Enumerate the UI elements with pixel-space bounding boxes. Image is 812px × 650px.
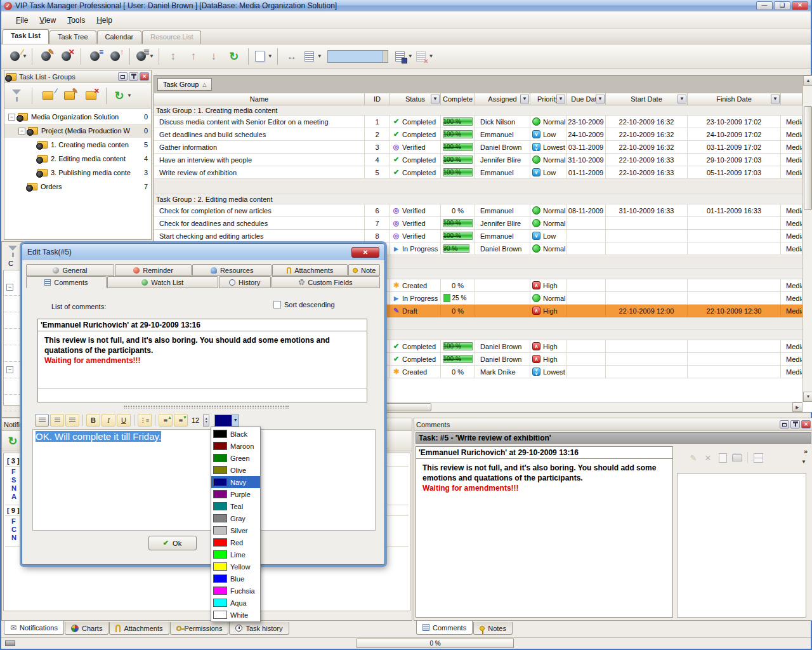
tree-item[interactable]: −Media Organization Solution0: [4, 110, 151, 124]
scroll-up-arrow[interactable]: ▲: [803, 76, 812, 86]
bullet-list-button[interactable]: ⋮≡: [138, 414, 152, 427]
comment-input-area[interactable]: [677, 473, 806, 618]
filter-dropdown-icon[interactable]: ▼: [596, 95, 605, 103]
filter-button[interactable]: [7, 86, 26, 105]
vertical-scrollbar[interactable]: ▲ ▼: [802, 76, 812, 402]
color-option-green[interactable]: Green: [211, 452, 260, 464]
color-option-red[interactable]: Red: [211, 536, 260, 548]
column-header-name[interactable]: Name: [154, 93, 365, 105]
bottom-tab-task-history[interactable]: Task history: [229, 622, 289, 635]
scroll-down-button[interactable]: [204, 47, 223, 66]
print-comment-button[interactable]: [731, 451, 743, 464]
task-row[interactable]: Check for completion of new articles6◎Ve…: [154, 204, 812, 217]
close-button[interactable]: ✕: [792, 1, 808, 10]
task-group-button[interactable]: Task Group △: [157, 78, 212, 91]
font-color-button[interactable]: ▼: [214, 415, 239, 427]
filter-dropdown-icon[interactable]: ▼: [678, 95, 686, 103]
menu-help[interactable]: Help: [91, 14, 118, 27]
color-option-teal[interactable]: Teal: [211, 500, 260, 512]
delete-task-button[interactable]: [57, 47, 76, 66]
collapse-icon[interactable]: −: [8, 114, 15, 121]
copy-tasks-button[interactable]: ▼: [253, 47, 273, 66]
dialog-tab-comments[interactable]: Comments: [26, 276, 107, 288]
color-option-blue[interactable]: Blue: [211, 573, 260, 585]
menu-tools[interactable]: Tools: [62, 14, 91, 27]
column-header-finish-date[interactable]: Finish Date▼: [688, 93, 781, 105]
color-option-yellow[interactable]: Yellow: [211, 560, 260, 573]
panel-close-button[interactable]: [140, 72, 149, 81]
edit-group-button[interactable]: [60, 86, 79, 105]
tree-item[interactable]: 1. Creating media conten5: [4, 138, 151, 152]
minimize-button[interactable]: —: [756, 1, 773, 10]
refresh-groups-button[interactable]: ▼: [112, 86, 132, 105]
add-task-button[interactable]: ▼: [8, 47, 27, 66]
preview-comment-button[interactable]: [716, 451, 729, 464]
task-row[interactable]: Discuss media content with Senior Editor…: [154, 116, 812, 128]
tab-task-tree[interactable]: Task Tree: [49, 30, 96, 44]
delete-comment-button[interactable]: [702, 451, 714, 464]
color-option-navy[interactable]: Navy: [211, 476, 260, 488]
color-option-silver[interactable]: Silver: [211, 524, 260, 536]
dialog-tab-general[interactable]: General: [26, 264, 114, 276]
italic-button[interactable]: I: [102, 414, 115, 427]
expand-collapse-button[interactable]: [164, 47, 183, 66]
panel-close-button[interactable]: [801, 420, 811, 428]
split-comment-button[interactable]: [752, 451, 764, 464]
collapse-icon[interactable]: −: [18, 128, 25, 135]
collapse-icon[interactable]: −: [6, 366, 13, 373]
duplicate-task-button[interactable]: [86, 47, 105, 66]
sort-descending-checkbox[interactable]: [273, 301, 281, 308]
column-header-assigned[interactable]: Assigned▼: [475, 93, 530, 105]
column-header-complete[interactable]: Complete: [441, 93, 475, 105]
bold-button[interactable]: B: [86, 414, 100, 427]
task-row[interactable]: Have an interview with people4✔Completed…: [154, 154, 812, 166]
scroll-down-arrow[interactable]: ▼: [803, 392, 812, 402]
color-option-aqua[interactable]: Aqua: [211, 597, 260, 609]
dialog-tab-reminder[interactable]: Reminder: [115, 264, 192, 276]
filter-dropdown-icon[interactable]: ▼: [520, 95, 529, 103]
column-header-status[interactable]: Status▼: [390, 93, 441, 105]
bottom-tab-notifications[interactable]: ✉Notifications: [4, 621, 64, 635]
color-option-purple[interactable]: Purple: [211, 488, 260, 500]
tab-calendar[interactable]: Calendar: [97, 30, 142, 44]
spacing-down-button[interactable]: ≡: [174, 414, 188, 427]
filter-combo-box[interactable]: [327, 50, 388, 63]
vscroll-thumb[interactable]: [804, 106, 812, 210]
refresh-notifications-icon[interactable]: [6, 434, 20, 448]
font-size-spinner[interactable]: ▲▼: [203, 415, 209, 427]
dialog-tab-resources[interactable]: Resources: [192, 264, 272, 276]
color-option-fuchsia[interactable]: Fuchsia: [211, 585, 260, 597]
bottom-tab-attachments[interactable]: Attachments: [109, 622, 169, 635]
color-option-black[interactable]: Black: [211, 428, 260, 440]
splitter-handle[interactable]: [124, 406, 289, 409]
color-dropdown-arrow-icon[interactable]: ▼: [232, 415, 239, 426]
bottom-tab-comments[interactable]: Comments: [416, 621, 473, 635]
tab-task-list[interactable]: Task List: [3, 29, 49, 44]
task-row[interactable]: Check for deadlines and schedules7◎Verif…: [154, 217, 812, 230]
column-header-start-date[interactable]: Start Date▼: [606, 93, 688, 105]
color-option-lime[interactable]: Lime: [211, 548, 260, 560]
dialog-tab-history[interactable]: History: [219, 276, 271, 288]
scroll-right-arrow[interactable]: ▶: [792, 402, 802, 412]
fit-columns-button[interactable]: [282, 47, 301, 66]
edit-task-button[interactable]: [37, 47, 56, 66]
add-group-button[interactable]: [38, 86, 57, 105]
panel-restore-button[interactable]: [780, 420, 789, 428]
filter-dropdown-icon[interactable]: ▼: [556, 95, 565, 103]
column-chooser-button[interactable]: ▼: [303, 47, 322, 66]
tree-item[interactable]: −Project (Media Production W0: [4, 124, 151, 138]
color-option-white[interactable]: White: [211, 609, 260, 621]
bottom-tab-notes[interactable]: Notes: [473, 622, 513, 635]
dialog-tab-watch-list[interactable]: Watch List: [107, 276, 218, 288]
task-row[interactable]: Write review of exhibition5✔Completed100…: [154, 166, 812, 179]
align-left-button[interactable]: [35, 414, 49, 427]
underline-button[interactable]: U: [117, 414, 131, 427]
color-option-maroon[interactable]: Maroon: [211, 440, 260, 452]
spacing-up-button[interactable]: ≡: [159, 414, 173, 427]
dialog-tab-note[interactable]: Note: [348, 264, 380, 276]
refresh-view-button[interactable]: [225, 47, 244, 66]
column-header-id[interactable]: ID: [365, 93, 390, 105]
tree-item[interactable]: 3. Publishing media conte3: [4, 166, 151, 180]
align-center-button[interactable]: [50, 414, 64, 427]
color-option-olive[interactable]: Olive: [211, 464, 260, 476]
